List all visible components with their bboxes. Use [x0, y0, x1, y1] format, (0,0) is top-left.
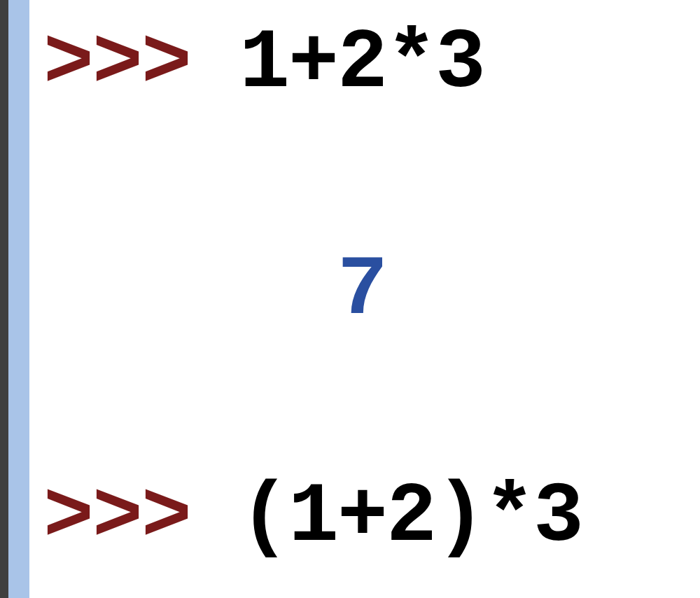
- code-text: 1+2*3: [239, 7, 484, 120]
- input-line: >>> (1+2)*3: [43, 461, 700, 574]
- output-line: 9: [43, 574, 700, 598]
- output-line: 7: [43, 120, 700, 461]
- shell-content[interactable]: >>> 1+2*3 7 >>> (1+2)*3 9 >>>: [29, 0, 700, 598]
- gutter-dark: [0, 0, 8, 598]
- prompt-icon: >>>: [43, 7, 239, 120]
- python-shell[interactable]: >>> 1+2*3 7 >>> (1+2)*3 9 >>>: [0, 0, 700, 598]
- code-text: (1+2)*3: [239, 461, 582, 574]
- input-line: >>> 1+2*3: [43, 7, 700, 120]
- prompt-icon: >>>: [43, 461, 239, 574]
- gutter-light: [8, 0, 29, 598]
- output-value: 7: [337, 243, 386, 338]
